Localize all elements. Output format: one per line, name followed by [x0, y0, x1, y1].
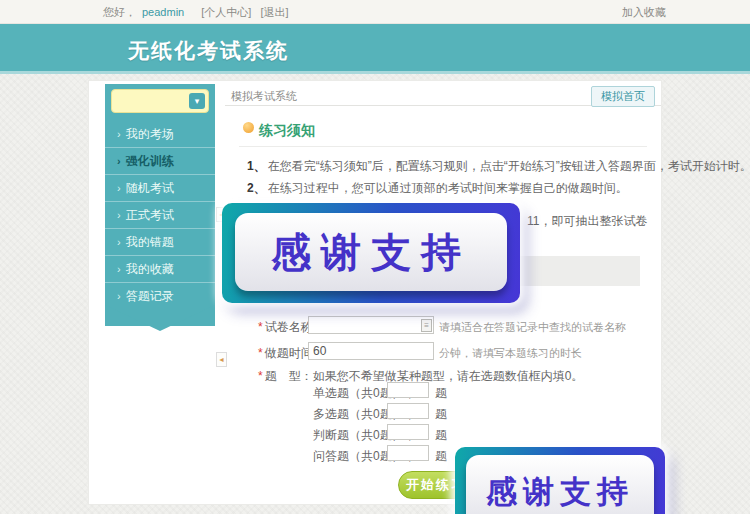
duration-hint: 分钟，请填写本题练习的时长	[439, 346, 582, 361]
instruction-line-1: 1、在您看完“练习须知”后，配置练习规则，点击“开始练习”按钮进入答题界面，考试…	[247, 158, 750, 175]
essay-suffix: 题	[435, 448, 447, 465]
instruction-text: 在练习过程中，您可以通过顶部的考试时间来掌握自己的做题时间。	[268, 181, 628, 195]
thanks-watermark-inner: 感谢支持	[235, 213, 507, 291]
single-choice-suffix: 题	[435, 385, 447, 402]
sidebar-item-label: 我的错题	[126, 235, 174, 249]
app-title: 无纸化考试系统	[128, 37, 289, 65]
instruction-number: 2、	[247, 181, 266, 195]
type-hint: 如果您不希望做某种题型，请在选题数值框内填0。	[313, 369, 584, 383]
chevron-right-icon: ›	[117, 209, 121, 221]
app-header: 无纸化考试系统	[0, 24, 750, 74]
notice-title: 练习须知	[259, 122, 315, 140]
sidebar-ribbon-tail	[105, 305, 215, 331]
multi-choice-suffix: 题	[435, 406, 447, 423]
thanks-watermark: 感谢支持	[455, 447, 665, 514]
breadcrumb: 模拟考试系统	[231, 89, 297, 104]
chevron-right-icon: ›	[117, 155, 121, 167]
instruction-line-2: 2、在练习过程中，您可以通过顶部的考试时间来掌握自己的做题时间。	[247, 180, 628, 197]
required-asterisk: *	[258, 369, 263, 383]
sidebar-item-my-examroom[interactable]: ›我的考场	[105, 121, 215, 148]
instruction-number: 1、	[247, 159, 266, 173]
chevron-right-icon: ›	[117, 236, 121, 248]
instruction-text: 在您看完“练习须知”后，配置练习规则，点击“开始练习”按钮进入答题界面，考试开始…	[268, 159, 750, 173]
essay-count-input[interactable]	[387, 445, 429, 461]
true-false-suffix: 题	[435, 427, 447, 444]
username: peadmin	[142, 6, 184, 18]
panel-collapse-arrow-icon[interactable]: ◄	[216, 352, 227, 367]
logout-link[interactable]: [退出]	[260, 6, 288, 18]
breadcrumb-bar: 模拟考试系统 模拟首页	[225, 84, 661, 106]
sidebar-search-box[interactable]: ▾	[111, 89, 209, 113]
notice-dot-icon	[243, 122, 254, 133]
top-utility-bar: 您好，peadmin [个人中心] [退出] 加入收藏	[0, 0, 750, 24]
instruction-line-3-fragment: 11，即可抽出整张试卷	[527, 213, 647, 230]
paper-name-input[interactable]	[308, 316, 434, 334]
multi-choice-count-input[interactable]	[387, 403, 429, 419]
sidebar-item-random-exam[interactable]: ›随机考试	[105, 175, 215, 202]
sidebar-item-formal-exam[interactable]: ›正式考试	[105, 202, 215, 229]
input-helper-icon[interactable]: ≡	[421, 319, 432, 332]
sidebar-item-label: 正式考试	[126, 208, 174, 222]
thanks-watermark-inner: 感谢支持	[466, 455, 654, 514]
add-favorite-link[interactable]: 加入收藏	[622, 5, 666, 20]
sidebar-item-wrong-questions[interactable]: ›我的错题	[105, 229, 215, 256]
chevron-right-icon: ›	[117, 290, 121, 302]
profile-link[interactable]: [个人中心]	[201, 6, 251, 18]
true-false-count-input[interactable]	[387, 424, 429, 440]
thanks-watermark: 感谢支持	[222, 203, 520, 303]
paper-name-hint: 请填适合在答题记录中查找的试卷名称	[439, 320, 626, 335]
sidebar-item-label: 我的考场	[126, 127, 174, 141]
page: 您好，peadmin [个人中心] [退出] 加入收藏 无纸化考试系统 ▾ ›我…	[0, 0, 750, 514]
required-asterisk: *	[258, 320, 263, 334]
thanks-watermark-text: 感谢支持	[486, 471, 634, 513]
divider	[239, 146, 647, 147]
chevron-right-icon: ›	[117, 128, 121, 140]
greeting-text: 您好，	[103, 6, 136, 18]
chevron-right-icon: ›	[117, 263, 121, 275]
single-choice-count-input[interactable]	[387, 382, 429, 398]
duration-input[interactable]	[308, 342, 434, 360]
user-greeting: 您好，peadmin [个人中心] [退出]	[103, 5, 295, 20]
chevron-right-icon: ›	[117, 182, 121, 194]
sidebar-item-label: 随机考试	[126, 181, 174, 195]
sidebar: ▾ ›我的考场 ›强化训练 ›随机考试 ›正式考试 ›我的错题 ›我的收藏 ›答…	[105, 84, 215, 326]
mock-home-button[interactable]: 模拟首页	[591, 86, 655, 107]
thanks-watermark-text: 感谢支持	[271, 225, 471, 280]
sidebar-item-intensive-training[interactable]: ›强化训练	[105, 148, 215, 175]
sidebar-item-label: 我的收藏	[126, 262, 174, 276]
sidebar-box-icon[interactable]: ▾	[189, 93, 205, 109]
sidebar-item-favorites[interactable]: ›我的收藏	[105, 256, 215, 283]
sidebar-item-label: 答题记录	[126, 289, 174, 303]
required-asterisk: *	[258, 346, 263, 360]
sidebar-item-label: 强化训练	[126, 154, 174, 168]
